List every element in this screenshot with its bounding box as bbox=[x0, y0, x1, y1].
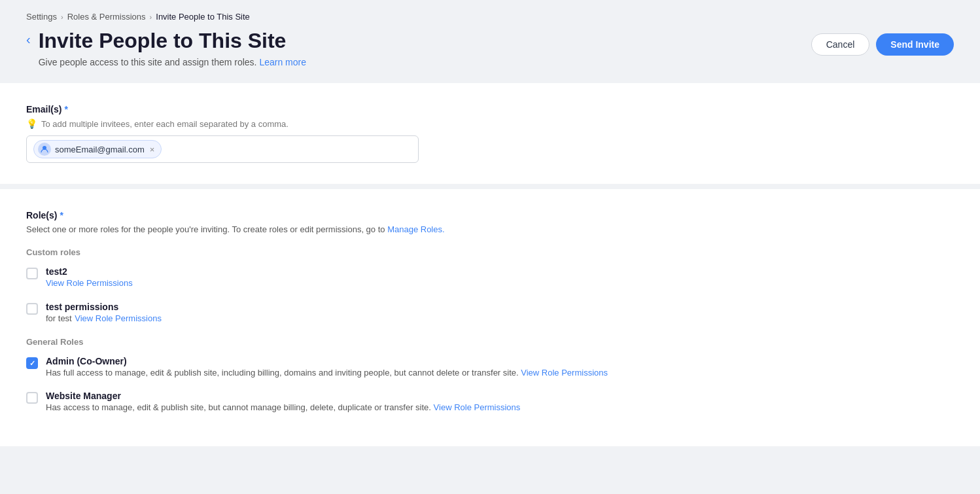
cancel-button[interactable]: Cancel bbox=[811, 33, 870, 56]
role-info-admin: Admin (Co-Owner) Has full access to mana… bbox=[46, 356, 608, 378]
role-name-website-manager: Website Manager bbox=[46, 391, 520, 401]
role-info-test2: test2 View Role Permissions bbox=[46, 266, 133, 289]
header-buttons: Cancel Send Invite bbox=[811, 33, 954, 56]
view-permissions-link-test-permissions[interactable]: View Role Permissions bbox=[75, 313, 162, 323]
role-item-admin: Admin (Co-Owner) Has full access to mana… bbox=[26, 356, 954, 378]
role-desc-website-manager: Has access to manage, edit & publish sit… bbox=[46, 402, 520, 412]
roles-required-star: * bbox=[60, 210, 63, 221]
role-item-test-permissions: test permissions for test View Role Perm… bbox=[26, 302, 954, 324]
role-item-test2: test2 View Role Permissions bbox=[26, 266, 954, 289]
email-hint: 💡 To add multiple invitees, enter each e… bbox=[26, 118, 954, 129]
email-chip-avatar bbox=[38, 143, 51, 156]
view-permissions-link-admin[interactable]: View Role Permissions bbox=[521, 368, 608, 378]
page-title-block: Invite People to This Site Give people a… bbox=[39, 28, 306, 67]
email-chip-text: someEmail@gmail.com bbox=[55, 145, 145, 154]
manage-roles-link[interactable]: Manage Roles. bbox=[387, 224, 444, 234]
view-permissions-link-website-manager[interactable]: View Role Permissions bbox=[434, 402, 521, 412]
role-desc-admin: Has full access to manage, edit & publis… bbox=[46, 368, 608, 378]
custom-roles-label: Custom roles bbox=[26, 247, 954, 257]
role-checkbox-test-permissions[interactable] bbox=[26, 303, 38, 315]
breadcrumb-roles[interactable]: Roles & Permissions bbox=[67, 12, 146, 22]
page-title: Invite People to This Site bbox=[39, 28, 306, 53]
back-arrow-icon[interactable]: ‹ bbox=[26, 32, 31, 47]
header-row: ‹ Invite People to This Site Give people… bbox=[0, 28, 980, 83]
email-input-box[interactable]: someEmail@gmail.com × bbox=[26, 135, 419, 163]
role-checkbox-website-manager[interactable] bbox=[26, 392, 38, 404]
email-field-label: Email(s) * bbox=[26, 104, 954, 115]
breadcrumb-chevron-1: › bbox=[61, 13, 63, 21]
roles-section-card: Role(s) * Select one or more roles for t… bbox=[0, 189, 980, 446]
roles-field-label: Role(s) * bbox=[26, 210, 954, 221]
role-desc-test-permissions: for test bbox=[46, 313, 72, 323]
send-invite-button[interactable]: Send Invite bbox=[876, 33, 954, 56]
role-name-admin: Admin (Co-Owner) bbox=[46, 356, 608, 366]
page-wrapper: Settings › Roles & Permissions › Invite … bbox=[0, 0, 980, 494]
role-item-website-manager: Website Manager Has access to manage, ed… bbox=[26, 391, 954, 412]
email-section-card: Email(s) * 💡 To add multiple invitees, e… bbox=[0, 83, 980, 184]
email-required-star: * bbox=[64, 104, 67, 115]
general-roles-label: General Roles bbox=[26, 337, 954, 347]
role-info-website-manager: Website Manager Has access to manage, ed… bbox=[46, 391, 520, 412]
email-chip: someEmail@gmail.com × bbox=[33, 140, 162, 158]
view-permissions-link-test2[interactable]: View Role Permissions bbox=[46, 278, 133, 288]
breadcrumb-settings[interactable]: Settings bbox=[26, 12, 57, 22]
breadcrumb-chevron-2: › bbox=[150, 13, 152, 21]
role-name-test-permissions: test permissions bbox=[46, 302, 162, 312]
learn-more-link[interactable]: Learn more bbox=[259, 57, 306, 67]
page-subtitle: Give people access to this site and assi… bbox=[39, 57, 306, 67]
role-checkbox-admin[interactable] bbox=[26, 357, 38, 369]
role-checkbox-test2[interactable] bbox=[26, 268, 38, 279]
breadcrumb-current: Invite People to This Site bbox=[156, 12, 250, 22]
role-name-test2: test2 bbox=[46, 266, 133, 277]
header-left: ‹ Invite People to This Site Give people… bbox=[26, 28, 306, 67]
role-info-test-permissions: test permissions for test View Role Perm… bbox=[46, 302, 162, 324]
roles-description: Select one or more roles for the people … bbox=[26, 224, 954, 234]
breadcrumb: Settings › Roles & Permissions › Invite … bbox=[0, 0, 980, 28]
hint-icon: 💡 bbox=[26, 118, 37, 129]
email-chip-close-icon[interactable]: × bbox=[150, 145, 155, 154]
